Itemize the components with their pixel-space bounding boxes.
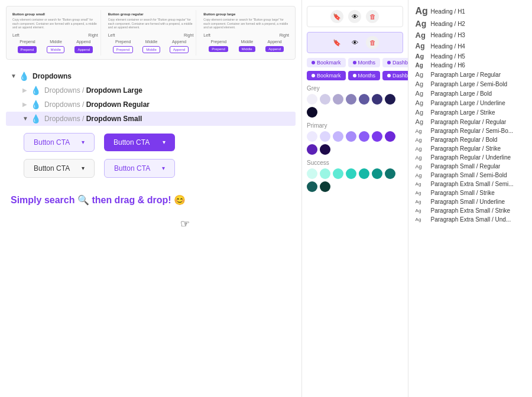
color-swatch[interactable] <box>359 131 369 142</box>
type-item[interactable]: AgParagraph Regular / Regular <box>413 117 527 126</box>
layers-panel: ▼ 💧 Dropdowns ▶ 💧 Dropdowns / Dropdown L… <box>6 67 296 128</box>
type-item[interactable]: AgParagraph Regular / Semi-Bo... <box>413 126 527 135</box>
type-name-label: Paragraph Regular / Underline <box>431 154 511 161</box>
type-item[interactable]: AgParagraph Extra Small / Strike <box>413 206 527 215</box>
type-name-label: Paragraph Extra Small / Semi... <box>431 181 514 187</box>
type-item[interactable]: AgHeading / H1 <box>413 5 527 18</box>
button-row-2: Button CTA ▾ Button CTA ▾ <box>24 159 296 178</box>
arrow-right-icon: ▶ <box>22 87 31 93</box>
button-cta-light[interactable]: Button CTA ▾ <box>24 133 95 152</box>
prepend-button-r[interactable]: Prepend <box>113 46 134 53</box>
type-ag-label: Ag <box>416 217 427 222</box>
append-label-l: Append <box>268 40 282 44</box>
color-swatch[interactable] <box>333 131 343 142</box>
append-button-l[interactable]: Append <box>265 46 284 52</box>
type-item[interactable]: AgHeading / H5 <box>413 51 527 61</box>
tag-dot-f2 <box>353 74 356 77</box>
type-item[interactable]: AgParagraph Extra Small / Semi... <box>413 180 527 188</box>
type-item[interactable]: AgParagraph Small / Underline <box>413 197 527 206</box>
button-cta-default-1[interactable]: Button CTA ▾ <box>24 159 95 178</box>
color-swatch[interactable] <box>307 131 317 142</box>
append-button[interactable]: Append <box>74 46 93 53</box>
type-item[interactable]: AgHeading / H6 <box>413 61 527 70</box>
layer-label-regular: Dropdowns / Dropdown Regular <box>44 100 150 109</box>
color-swatch[interactable] <box>333 94 343 105</box>
tag-months-filled: Months <box>348 71 381 80</box>
append-button-r[interactable]: Append <box>170 46 189 53</box>
color-swatch[interactable] <box>359 168 369 179</box>
middle-button[interactable]: Middle <box>47 46 64 53</box>
button-row-1: Button CTA ▾ Button CTA ▾ <box>24 133 296 152</box>
type-item[interactable]: AgHeading / H3 <box>413 30 527 41</box>
color-swatch[interactable] <box>346 168 356 179</box>
middle-button-l[interactable]: Middle <box>239 46 255 52</box>
preview-subtitle-small: Copy element container or search for "Bu… <box>12 18 98 30</box>
color-swatch[interactable] <box>320 131 330 142</box>
type-item[interactable]: AgParagraph Small / Semi-Bold <box>413 171 527 180</box>
button-cta-label-1: Button CTA <box>34 138 70 147</box>
color-swatch[interactable] <box>372 168 382 179</box>
type-item[interactable]: AgParagraph Regular / Strike <box>413 144 527 153</box>
prepend-button-l[interactable]: Prepend <box>209 46 228 52</box>
color-swatch[interactable] <box>320 181 330 192</box>
trash-icon-2: 🗑 <box>366 36 379 49</box>
color-swatch[interactable] <box>320 144 330 155</box>
tag-months: Months <box>348 58 381 67</box>
color-swatch[interactable] <box>333 168 343 179</box>
tag-dot-3 <box>387 61 391 64</box>
button-cta-label-2: Button CTA <box>113 138 150 147</box>
right-label-r: Right <box>184 33 193 37</box>
layer-dropdown-regular[interactable]: ▶ 💧 Dropdowns / Dropdown Regular <box>6 97 296 112</box>
button-cta-purple[interactable]: Button CTA ▾ <box>104 134 175 151</box>
type-item[interactable]: AgParagraph Regular / Underline <box>413 153 527 162</box>
type-name-label: Paragraph Extra Small / Strike <box>431 207 511 214</box>
color-swatch[interactable] <box>385 168 395 179</box>
layer-dropdown-large[interactable]: ▶ 💧 Dropdowns / Dropdown Large <box>6 83 296 97</box>
color-swatch[interactable] <box>307 94 317 105</box>
color-swatch[interactable] <box>346 94 356 105</box>
type-item[interactable]: AgHeading / H2 <box>413 18 527 30</box>
color-swatch[interactable] <box>320 94 330 105</box>
middle-button-r[interactable]: Middle <box>142 46 160 53</box>
color-swatch[interactable] <box>307 168 317 179</box>
type-item[interactable]: AgParagraph Extra Small / Und... <box>413 215 527 224</box>
layer-dropdown-small[interactable]: ▼ 💧 Dropdowns / Dropdown Small <box>6 112 296 126</box>
type-ag-label: Ag <box>416 118 427 125</box>
button-cta-default-2[interactable]: Button CTA ▾ <box>104 159 175 178</box>
type-item[interactable]: AgParagraph Large / Underline <box>413 98 527 108</box>
preview-section-regular: Button group regular Copy element contai… <box>106 10 197 56</box>
type-item[interactable]: AgParagraph Small / Strike <box>413 188 527 197</box>
type-ag-label: Ag <box>416 146 427 152</box>
bookmark-icon: 🔖 <box>330 10 343 23</box>
arrow-down-icon: ▼ <box>11 73 19 79</box>
color-swatch[interactable] <box>372 94 382 105</box>
color-swatch[interactable] <box>372 131 382 142</box>
color-swatch[interactable] <box>359 94 369 105</box>
type-item[interactable]: AgParagraph Large / Bold <box>413 89 527 98</box>
type-item[interactable]: AgParagraph Large / Strike <box>413 108 527 117</box>
color-swatch[interactable] <box>307 144 317 155</box>
layer-label: Dropdowns <box>33 72 72 80</box>
type-item[interactable]: AgParagraph Large / Semi-Bold <box>413 79 527 89</box>
type-item[interactable]: AgParagraph Regular / Bold <box>413 135 527 144</box>
tag-bookmark-filled: Bookmark <box>307 71 346 80</box>
color-swatch[interactable] <box>307 181 317 192</box>
eye-icon: 👁 <box>348 10 361 23</box>
type-item[interactable]: AgParagraph Large / Regular <box>413 70 527 79</box>
color-swatch[interactable] <box>346 131 356 142</box>
layer-dropdowns[interactable]: ▼ 💧 Dropdowns <box>6 69 296 83</box>
color-swatch[interactable] <box>307 107 317 118</box>
type-item[interactable]: AgParagraph Small / Regular <box>413 162 527 171</box>
type-item[interactable]: AgHeading / H4 <box>413 41 527 51</box>
color-swatch[interactable] <box>320 168 330 179</box>
dropdown-arrow-2: ▾ <box>163 139 166 145</box>
color-swatch[interactable] <box>385 94 395 105</box>
prepend-button[interactable]: Prepend <box>18 46 37 53</box>
color-swatch[interactable] <box>385 131 395 142</box>
prepend-label-l: Prepend <box>211 40 226 44</box>
type-ag-label: Ag <box>416 128 427 134</box>
append-label: Append <box>76 40 90 44</box>
type-ag-label: Ag <box>416 71 427 78</box>
type-name-label: Paragraph Small / Semi-Bold <box>431 172 507 178</box>
preview-section-small: Button group small Copy element containe… <box>10 10 101 56</box>
